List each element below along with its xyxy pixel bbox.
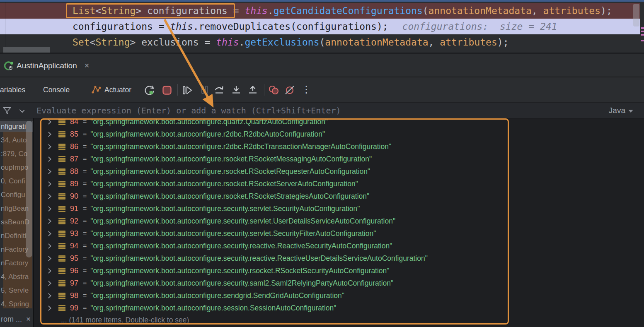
- pause-icon[interactable]: [199, 84, 210, 95]
- equals-sign: =: [83, 168, 87, 175]
- array-element-icon: [58, 293, 65, 299]
- array-element-icon: [58, 218, 65, 224]
- variable-row[interactable]: 90 = "org.springframework.boot.autoconfi…: [34, 190, 644, 202]
- equals-sign: =: [83, 118, 87, 125]
- variables-list: 84 = "org.springframework.boot.autoconfi…: [34, 118, 644, 327]
- expand-chevron-icon[interactable]: [46, 119, 51, 125]
- expand-chevron-icon[interactable]: [46, 132, 51, 137]
- variable-row[interactable]: 95 = "org.springframework.boot.autoconfi…: [34, 252, 644, 264]
- variable-row[interactable]: 99 = "org.springframework.boot.autoconfi…: [34, 302, 644, 314]
- variable-row[interactable]: 86 = "org.springframework.boot.autoconfi…: [34, 140, 644, 153]
- run-configuration-tab[interactable]: AustinApplication ×: [0, 54, 89, 77]
- expand-chevron-icon[interactable]: [46, 169, 51, 174]
- frame-item[interactable]: 4, Abstra: [0, 271, 33, 282]
- array-element-icon: [58, 168, 65, 175]
- array-element-icon: [58, 144, 65, 150]
- frame-item[interactable]: nFactory: [0, 257, 33, 269]
- editor-scrollbar[interactable]: [633, 4, 639, 26]
- variable-row[interactable]: 96 = "org.springframework.boot.autoconfi…: [34, 264, 644, 277]
- array-element-icon: [58, 280, 65, 286]
- expand-chevron-icon[interactable]: [46, 206, 51, 212]
- mute-breakpoints-icon[interactable]: [284, 84, 295, 96]
- code-token: );: [600, 5, 612, 16]
- expand-chevron-icon[interactable]: [46, 144, 51, 149]
- code-line[interactable]: Set<String> exclusions = this.getExclusi…: [0, 34, 640, 50]
- array-element-icon: [58, 206, 65, 212]
- variable-row[interactable]: 91 = "org.springframework.boot.autoconfi…: [34, 202, 644, 215]
- expand-chevron-icon[interactable]: [46, 181, 51, 187]
- close-icon[interactable]: ×: [85, 61, 90, 70]
- language-selector[interactable]: Java: [609, 103, 633, 118]
- expand-chevron-icon[interactable]: [46, 156, 51, 162]
- frames-filter-chip[interactable]: rom ...×: [1, 313, 31, 325]
- toolbar-separator: [177, 84, 178, 96]
- code-fragment: = this.getCandidateConfigurations(annota…: [228, 5, 612, 16]
- expand-chevron-icon[interactable]: [46, 256, 51, 261]
- variable-row[interactable]: 93 = "org.springframework.boot.autoconfi…: [34, 227, 644, 240]
- frame-item[interactable]: 4, Spring: [0, 298, 33, 310]
- stripe-mark[interactable]: [641, 40, 644, 41]
- frame-item[interactable]: 5, Servle: [0, 285, 33, 296]
- frames-scrollbar[interactable]: [26, 121, 32, 257]
- variable-row[interactable]: 89 = "org.springframework.boot.autoconfi…: [34, 178, 644, 190]
- evaluate-expression-input[interactable]: Evaluate expression (Enter) or add a wat…: [36, 103, 341, 118]
- variable-index: 99: [70, 304, 81, 313]
- array-element-icon: [58, 119, 65, 125]
- variable-value: "org.springframework.boot.autoconfigure.…: [90, 267, 389, 275]
- variable-value: "org.springframework.boot.autoconfigure.…: [90, 291, 344, 300]
- view-breakpoints-icon[interactable]: [267, 84, 280, 96]
- variable-row[interactable]: 87 = "org.springframework.boot.autoconfi…: [34, 153, 644, 165]
- chevron-down-icon[interactable]: [19, 108, 25, 113]
- variable-value: "org.springframework.boot.autoconfigure.…: [90, 279, 393, 288]
- close-icon[interactable]: ×: [26, 315, 31, 323]
- rerun-debug-icon[interactable]: [144, 84, 155, 96]
- expand-chevron-icon[interactable]: [46, 243, 51, 249]
- variable-value: "org.springframework.boot.autoconfigure.…: [90, 192, 369, 201]
- expand-chevron-icon[interactable]: [46, 194, 51, 199]
- filter-icon[interactable]: [2, 106, 12, 115]
- expand-chevron-icon[interactable]: [46, 231, 51, 236]
- tab-actuator[interactable]: Actuator: [91, 77, 131, 102]
- expand-chevron-icon[interactable]: [46, 281, 51, 286]
- variable-row[interactable]: 85 = "org.springframework.boot.autoconfi…: [34, 128, 644, 140]
- debug-tool-window-tab-bar: AustinApplication ×: [0, 54, 644, 77]
- code-token: (: [319, 37, 325, 48]
- variable-row[interactable]: 92 = "org.springframework.boot.autoconfi…: [34, 215, 644, 227]
- variable-index: 88: [70, 167, 81, 176]
- code-token: .: [268, 5, 274, 16]
- equals-sign: =: [83, 292, 87, 299]
- variable-value: "org.springframework.boot.autoconfigure.…: [90, 304, 336, 313]
- debugger-toolbar: ariables Console Actuator: [0, 77, 644, 102]
- stripe-mark[interactable]: [641, 31, 644, 32]
- stop-icon[interactable]: [162, 85, 172, 95]
- step-into-icon[interactable]: [230, 85, 242, 96]
- more-items-row[interactable]: ... (141 more items. Double-click to see…: [61, 314, 189, 326]
- code-editor: List<String> configurations = this.getCa…: [0, 0, 644, 53]
- stripe-mark[interactable]: [641, 34, 644, 36]
- variable-index: 92: [70, 217, 81, 226]
- variable-row[interactable]: 97 = "org.springframework.boot.autoconfi…: [34, 277, 644, 289]
- resume-icon[interactable]: [182, 84, 193, 96]
- tab-console[interactable]: Console: [43, 77, 70, 102]
- array-element-icon: [58, 193, 65, 200]
- stripe-mark[interactable]: [641, 27, 644, 29]
- gutter-separator: [16, 2, 16, 53]
- more-options-icon[interactable]: ⋮: [301, 77, 311, 102]
- step-out-icon[interactable]: [247, 85, 259, 96]
- variable-row[interactable]: 84 = "org.springframework.boot.autoconfi…: [34, 118, 644, 128]
- expand-chevron-icon[interactable]: [46, 305, 51, 311]
- variable-row[interactable]: 88 = "org.springframework.boot.autoconfi…: [34, 165, 644, 178]
- expand-chevron-icon[interactable]: [46, 219, 51, 224]
- variable-row[interactable]: 94 = "org.springframework.boot.autoconfi…: [34, 240, 644, 252]
- expand-chevron-icon[interactable]: [46, 293, 51, 298]
- tab-variables[interactable]: ariables: [0, 77, 25, 102]
- editor-error-stripe: [640, 2, 644, 53]
- step-over-icon[interactable]: [214, 85, 225, 96]
- variable-row[interactable]: 98 = "org.springframework.boot.autoconfi…: [34, 289, 644, 302]
- equals-sign: =: [83, 205, 87, 212]
- equals-sign: =: [83, 180, 87, 188]
- code-line-execution-point[interactable]: configurations = this.removeDuplicates(c…: [0, 19, 640, 34]
- array-element-icon: [58, 231, 65, 237]
- expand-chevron-icon[interactable]: [46, 268, 51, 274]
- code-token: this: [216, 37, 239, 48]
